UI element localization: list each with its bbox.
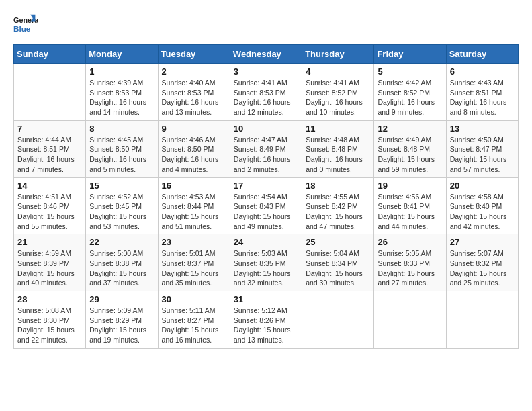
calendar-day-cell: 2Sunrise: 4:40 AM Sunset: 8:53 PM Daylig… — [158, 64, 230, 121]
day-number: 14 — [17, 181, 82, 191]
day-number: 21 — [17, 237, 82, 247]
day-number: 13 — [450, 124, 515, 134]
calendar-day-cell: 5Sunrise: 4:42 AM Sunset: 8:52 PM Daylig… — [374, 64, 446, 121]
day-info: Sunrise: 4:49 AM Sunset: 8:48 PM Dayligh… — [378, 135, 442, 175]
day-info: Sunrise: 4:55 AM Sunset: 8:42 PM Dayligh… — [306, 192, 370, 232]
day-number: 4 — [306, 66, 370, 77]
day-number: 10 — [234, 124, 298, 134]
day-number: 5 — [378, 66, 442, 77]
day-number: 31 — [234, 294, 298, 304]
calendar-day-cell: 1Sunrise: 4:39 AM Sunset: 8:53 PM Daylig… — [86, 64, 158, 121]
day-of-week-header: Monday — [86, 45, 158, 64]
calendar-day-cell: 9Sunrise: 4:46 AM Sunset: 8:50 PM Daylig… — [158, 120, 230, 177]
calendar-day-cell — [374, 291, 446, 349]
day-info: Sunrise: 4:39 AM Sunset: 8:53 PM Dayligh… — [89, 78, 154, 118]
day-info: Sunrise: 5:08 AM Sunset: 8:30 PM Dayligh… — [17, 306, 82, 345]
day-info: Sunrise: 5:07 AM Sunset: 8:32 PM Dayligh… — [450, 248, 515, 288]
day-number: 28 — [17, 294, 82, 304]
calendar-day-cell: 21Sunrise: 4:59 AM Sunset: 8:39 PM Dayli… — [14, 234, 86, 291]
day-info: Sunrise: 4:54 AM Sunset: 8:43 PM Dayligh… — [234, 192, 298, 232]
day-number: 6 — [450, 66, 515, 77]
calendar-day-cell: 8Sunrise: 4:45 AM Sunset: 8:50 PM Daylig… — [86, 120, 158, 177]
day-number: 22 — [89, 237, 154, 247]
day-info: Sunrise: 5:00 AM Sunset: 8:38 PM Dayligh… — [89, 248, 154, 288]
day-info: Sunrise: 4:53 AM Sunset: 8:44 PM Dayligh… — [162, 192, 226, 232]
calendar-week-row: 14Sunrise: 4:51 AM Sunset: 8:46 PM Dayli… — [14, 177, 519, 234]
calendar-day-cell: 16Sunrise: 4:53 AM Sunset: 8:44 PM Dayli… — [158, 177, 230, 234]
day-info: Sunrise: 4:51 AM Sunset: 8:46 PM Dayligh… — [17, 192, 82, 232]
day-info: Sunrise: 5:09 AM Sunset: 8:29 PM Dayligh… — [89, 306, 154, 345]
day-number: 15 — [89, 181, 154, 191]
day-info: Sunrise: 5:11 AM Sunset: 8:27 PM Dayligh… — [162, 306, 226, 345]
calendar-day-cell: 18Sunrise: 4:55 AM Sunset: 8:42 PM Dayli… — [302, 177, 374, 234]
calendar-week-row: 21Sunrise: 4:59 AM Sunset: 8:39 PM Dayli… — [14, 234, 519, 291]
day-info: Sunrise: 4:41 AM Sunset: 8:53 PM Dayligh… — [234, 78, 298, 118]
calendar-day-cell: 13Sunrise: 4:50 AM Sunset: 8:47 PM Dayli… — [446, 120, 518, 177]
day-number: 7 — [17, 124, 82, 134]
calendar-day-cell: 27Sunrise: 5:07 AM Sunset: 8:32 PM Dayli… — [446, 234, 518, 291]
day-info: Sunrise: 4:44 AM Sunset: 8:51 PM Dayligh… — [17, 135, 82, 175]
calendar-day-cell — [446, 291, 518, 349]
calendar-day-cell: 31Sunrise: 5:12 AM Sunset: 8:26 PM Dayli… — [230, 291, 302, 349]
calendar-day-cell: 14Sunrise: 4:51 AM Sunset: 8:46 PM Dayli… — [14, 177, 86, 234]
calendar-day-cell: 15Sunrise: 4:52 AM Sunset: 8:45 PM Dayli… — [86, 177, 158, 234]
calendar-day-cell: 19Sunrise: 4:56 AM Sunset: 8:41 PM Dayli… — [374, 177, 446, 234]
day-of-week-header: Tuesday — [158, 45, 230, 64]
day-info: Sunrise: 4:50 AM Sunset: 8:47 PM Dayligh… — [450, 135, 515, 175]
day-info: Sunrise: 5:01 AM Sunset: 8:37 PM Dayligh… — [162, 248, 226, 288]
calendar-day-cell: 6Sunrise: 4:43 AM Sunset: 8:51 PM Daylig… — [446, 64, 518, 121]
calendar-day-cell: 29Sunrise: 5:09 AM Sunset: 8:29 PM Dayli… — [86, 291, 158, 349]
day-info: Sunrise: 4:46 AM Sunset: 8:50 PM Dayligh… — [162, 135, 226, 175]
calendar-day-cell: 26Sunrise: 5:05 AM Sunset: 8:33 PM Dayli… — [374, 234, 446, 291]
day-info: Sunrise: 4:48 AM Sunset: 8:48 PM Dayligh… — [306, 135, 370, 175]
calendar-day-cell: 4Sunrise: 4:41 AM Sunset: 8:52 PM Daylig… — [302, 64, 374, 121]
day-of-week-header: Thursday — [302, 45, 374, 64]
day-number: 1 — [89, 66, 154, 77]
calendar-day-cell: 20Sunrise: 4:58 AM Sunset: 8:40 PM Dayli… — [446, 177, 518, 234]
svg-text:Blue: Blue — [13, 24, 31, 33]
calendar-day-cell: 12Sunrise: 4:49 AM Sunset: 8:48 PM Dayli… — [374, 120, 446, 177]
calendar-day-cell: 24Sunrise: 5:03 AM Sunset: 8:35 PM Dayli… — [230, 234, 302, 291]
logo-icon: GeneralBlue — [13, 13, 38, 38]
day-info: Sunrise: 5:05 AM Sunset: 8:33 PM Dayligh… — [378, 248, 442, 288]
calendar-day-cell — [302, 291, 374, 349]
day-number: 2 — [162, 66, 226, 77]
day-number: 23 — [162, 237, 226, 247]
day-number: 30 — [162, 294, 226, 304]
day-info: Sunrise: 5:03 AM Sunset: 8:35 PM Dayligh… — [234, 248, 298, 288]
day-info: Sunrise: 4:40 AM Sunset: 8:53 PM Dayligh… — [162, 78, 226, 118]
day-number: 8 — [89, 124, 154, 134]
day-number: 9 — [162, 124, 226, 134]
calendar-day-cell: 7Sunrise: 4:44 AM Sunset: 8:51 PM Daylig… — [14, 120, 86, 177]
day-info: Sunrise: 4:59 AM Sunset: 8:39 PM Dayligh… — [17, 248, 82, 288]
calendar-day-cell: 3Sunrise: 4:41 AM Sunset: 8:53 PM Daylig… — [230, 64, 302, 121]
calendar-week-row: 7Sunrise: 4:44 AM Sunset: 8:51 PM Daylig… — [14, 120, 519, 177]
calendar-day-cell: 23Sunrise: 5:01 AM Sunset: 8:37 PM Dayli… — [158, 234, 230, 291]
calendar-day-cell: 22Sunrise: 5:00 AM Sunset: 8:38 PM Dayli… — [86, 234, 158, 291]
calendar-week-row: 28Sunrise: 5:08 AM Sunset: 8:30 PM Dayli… — [14, 291, 519, 349]
day-info: Sunrise: 5:12 AM Sunset: 8:26 PM Dayligh… — [234, 306, 298, 345]
calendar-day-cell: 28Sunrise: 5:08 AM Sunset: 8:30 PM Dayli… — [14, 291, 86, 349]
calendar-table: SundayMondayTuesdayWednesdayThursdayFrid… — [13, 44, 519, 349]
day-info: Sunrise: 4:45 AM Sunset: 8:50 PM Dayligh… — [89, 135, 154, 175]
day-number: 27 — [450, 237, 515, 247]
day-info: Sunrise: 4:43 AM Sunset: 8:51 PM Dayligh… — [450, 78, 515, 118]
calendar-day-cell: 11Sunrise: 4:48 AM Sunset: 8:48 PM Dayli… — [302, 120, 374, 177]
day-of-week-header: Saturday — [446, 45, 518, 64]
day-info: Sunrise: 4:47 AM Sunset: 8:49 PM Dayligh… — [234, 135, 298, 175]
calendar-day-cell — [14, 64, 86, 121]
day-info: Sunrise: 4:58 AM Sunset: 8:40 PM Dayligh… — [450, 192, 515, 232]
day-number: 29 — [89, 294, 154, 304]
day-info: Sunrise: 4:56 AM Sunset: 8:41 PM Dayligh… — [378, 192, 442, 232]
day-info: Sunrise: 4:42 AM Sunset: 8:52 PM Dayligh… — [378, 78, 442, 118]
day-of-week-header: Sunday — [14, 45, 86, 64]
day-number: 12 — [378, 124, 442, 134]
page-header: GeneralBlue — [13, 13, 519, 38]
day-number: 20 — [450, 181, 515, 191]
day-number: 3 — [234, 66, 298, 77]
day-of-week-header: Wednesday — [230, 45, 302, 64]
day-info: Sunrise: 4:52 AM Sunset: 8:45 PM Dayligh… — [89, 192, 154, 232]
logo: GeneralBlue — [13, 13, 38, 38]
day-number: 17 — [234, 181, 298, 191]
day-number: 26 — [378, 237, 442, 247]
